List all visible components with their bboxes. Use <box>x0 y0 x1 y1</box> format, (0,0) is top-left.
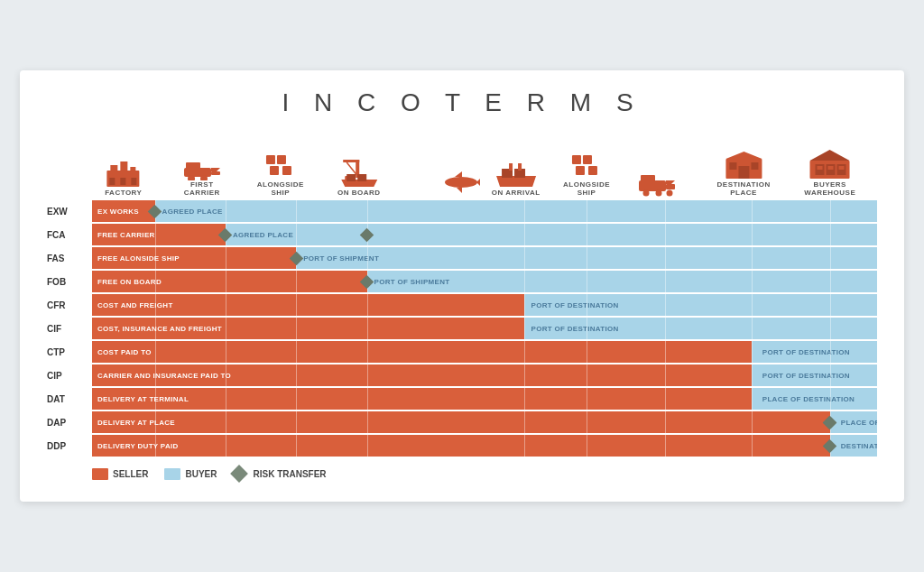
icon-alongside-ship-right: ALONGSIDE SHIP <box>563 152 610 197</box>
svg-rect-33 <box>576 166 585 175</box>
inco-row: EXWEX WORKSAGREED PLACE <box>47 200 877 222</box>
inco-row: CTPCOST PAID TOPORT OF DESTINATION <box>47 341 877 363</box>
svg-marker-26 <box>457 188 462 193</box>
seller-segment: COST, INSURANCE AND FREIGHT <box>92 318 524 339</box>
svg-rect-2 <box>121 161 128 172</box>
svg-rect-4 <box>110 178 116 185</box>
svg-rect-22 <box>357 174 366 181</box>
buyer-text: AGREED PLACE <box>226 231 300 239</box>
risk-diamond-fca2 <box>360 227 374 242</box>
inco-row: CIFCOST, INSURANCE AND FREIGHTPORT OF DE… <box>47 318 877 339</box>
seller-segment: CARRIER AND INSURANCE PAID TO <box>92 364 752 386</box>
icon-factory: FACTORY <box>105 158 142 197</box>
seller-text: FREE ON BOARD <box>92 278 167 286</box>
buyer-segment: PORT OF SHIPMENT <box>296 247 877 269</box>
svg-point-37 <box>643 190 650 197</box>
legend-buyer: BUYER <box>164 468 217 480</box>
bar-wrapper: COST, INSURANCE AND FREIGHTPORT OF DESTI… <box>92 318 877 339</box>
svg-rect-8 <box>186 162 200 170</box>
buyer-text: PORT OF DESTINATION <box>755 348 857 356</box>
svg-rect-13 <box>266 155 275 164</box>
seller-segment: DELIVERY DUTY PAID <box>92 435 830 457</box>
seller-text: FREE CARRIER <box>92 231 161 239</box>
icon-first-carrier: FIRST CARRIER <box>182 155 222 197</box>
on-arrival-label: ON ARRIVAL <box>492 189 541 197</box>
buyer-text: PLACE OF DESTINATION <box>755 395 862 403</box>
seller-text: DELIVERY DUTY PAID <box>92 442 184 450</box>
row-code: CTP <box>47 347 92 357</box>
svg-rect-29 <box>509 163 513 171</box>
seller-text: COST PAID TO <box>92 348 157 356</box>
risk-diamond-legend <box>231 465 249 483</box>
svg-marker-24 <box>476 179 480 186</box>
row-code: DAT <box>47 394 92 404</box>
svg-rect-1 <box>111 165 118 172</box>
risk-label: RISK TRANSFER <box>253 469 326 479</box>
bar-wrapper: COST PAID TOPORT OF DESTINATION <box>92 341 877 363</box>
inco-row: FASFREE ALONSIDE SHIPPORT OF SHIPMENT <box>47 247 877 269</box>
alongside-ship-left-label: ALONGSIDE SHIP <box>257 180 304 197</box>
seller-segment: EX WORKS <box>92 200 155 222</box>
legend-seller: SELLER <box>92 468 148 480</box>
svg-rect-31 <box>572 155 581 164</box>
buyer-text: PORT OF SHIPMENT <box>296 254 386 263</box>
bar-wrapper: FREE CARRIERAGREED PLACE <box>92 224 877 245</box>
svg-point-23 <box>445 177 477 188</box>
svg-rect-5 <box>121 178 126 185</box>
seller-segment: COST AND FREIGHT <box>92 294 524 316</box>
svg-rect-14 <box>277 155 286 164</box>
buyer-text: PORT OF DESTINATION <box>524 301 626 309</box>
row-code: FOB <box>47 277 92 287</box>
seller-segment: COST PAID TO <box>92 341 752 363</box>
inco-row: FCAFREE CARRIERAGREED PLACE <box>47 224 877 245</box>
inco-row: DATDELIVERY AT TERMINALPLACE OF DESTINAT… <box>47 388 877 410</box>
buyer-label: BUYER <box>185 469 217 479</box>
legend: SELLER BUYER RISK TRANSFER <box>92 467 877 480</box>
buyer-text: PORT OF DESTINATION <box>755 372 857 380</box>
seller-segment: DELIVERY AT TERMINAL <box>92 388 752 410</box>
svg-rect-32 <box>583 155 592 164</box>
page-title: I N C O T E R M S <box>47 88 877 117</box>
icon-on-arrival: ON ARRIVAL <box>492 161 541 197</box>
seller-segment: FREE ALONSIDE SHIP <box>92 247 296 269</box>
seller-text: COST, INSURANCE AND FREIGHT <box>92 325 227 333</box>
first-carrier-label: FIRST CARRIER <box>184 180 220 197</box>
inco-row: DAPDELIVERY AT PLACEPLACE OF DESTINATION <box>47 411 877 433</box>
buyer-color-box <box>164 468 180 480</box>
seller-text: FREE ALONSIDE SHIP <box>92 254 185 263</box>
buyers-warehouse-label: BUYERS WAREHOUSE <box>804 180 855 197</box>
seller-label: SELLER <box>113 469 148 479</box>
icon-plane <box>442 168 480 197</box>
row-code: EXW <box>47 207 92 217</box>
factory-label: FACTORY <box>105 189 142 197</box>
buyer-segment: AGREED PLACE <box>226 224 877 245</box>
seller-segment: FREE CARRIER <box>92 224 226 245</box>
row-code: FAS <box>47 254 92 263</box>
buyer-text: PORT OF SHIPMENT <box>367 278 457 286</box>
icon-on-board: ON BOARD <box>337 158 381 197</box>
svg-rect-15 <box>270 166 279 175</box>
bar-wrapper: COST AND FREIGHTPORT OF DESTINATION <box>92 294 877 316</box>
buyer-segment: PORT OF SHIPMENT <box>367 271 878 292</box>
bar-wrapper: EX WORKSAGREED PLACE <box>92 200 877 222</box>
svg-rect-21 <box>346 174 356 181</box>
on-board-label: ON BOARD <box>337 189 381 197</box>
row-code: FCA <box>47 230 92 240</box>
buyer-segment: PORT OF DESTINATION <box>524 294 878 316</box>
seller-text: COST AND FREIGHT <box>92 301 179 309</box>
inco-row: DDPDELIVERY DUTY PAIDDESTINATION <box>47 435 877 457</box>
icon-warehouse: BUYERS WAREHOUSE <box>804 148 855 197</box>
seller-text: EX WORKS <box>92 208 144 216</box>
row-code: CIF <box>47 324 92 334</box>
svg-rect-6 <box>132 178 137 185</box>
inco-row: CFRCOST AND FREIGHTPORT OF DESTINATION <box>47 294 877 316</box>
buyer-text: PLACE OF DESTINATION <box>834 419 877 427</box>
seller-text: DELIVERY AT PLACE <box>92 419 180 427</box>
svg-rect-30 <box>518 163 522 171</box>
bar-wrapper: DELIVERY AT PLACEPLACE OF DESTINATION <box>92 411 877 433</box>
row-code: CFR <box>47 300 92 310</box>
buyer-segment: AGREED PLACE <box>155 200 877 222</box>
buyer-text: DESTINATION <box>834 442 877 450</box>
icon-alongside-ship-left: ALONGSIDE SHIP <box>257 152 304 197</box>
buyer-segment: PORT OF DESTINATION <box>524 318 878 339</box>
